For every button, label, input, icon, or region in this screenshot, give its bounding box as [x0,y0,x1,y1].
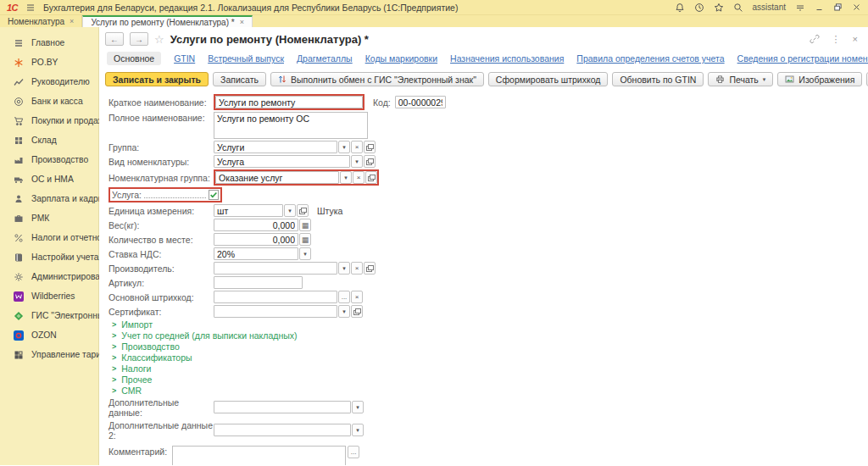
comment-textarea[interactable] [172,446,346,465]
navtab-kody-markirovki[interactable]: Коды маркировки [365,53,437,64]
section-prochee[interactable]: > Прочее [112,374,861,384]
main-barcode-clear-button[interactable]: × [351,291,363,303]
navtab-gtin[interactable]: GTIN [174,53,195,64]
sidebar-item-glavnoe[interactable]: Главное [0,33,98,53]
service-menu-icon[interactable] [795,3,805,13]
tab-close-icon[interactable]: × [70,17,74,25]
generate-barcode-button[interactable]: Сформировать штрихкод [488,72,609,86]
sidebar-item-wildberries[interactable]: Wildberries [0,286,98,306]
kind-open-button[interactable] [364,155,376,168]
navtab-pravila-schetov[interactable]: Правила определения счетов учета [576,53,724,64]
group-clear-button[interactable]: × [351,141,363,153]
manufacturer-clear-button[interactable]: × [351,262,363,275]
group-open-button[interactable] [364,141,376,153]
certificate-open-button[interactable] [351,305,363,318]
sidebar-item-bank-kassa[interactable]: Банк и касса [0,92,98,111]
short-name-input[interactable] [215,96,363,108]
sidebar-item-nalogi[interactable]: Налоги и отчетность [0,228,98,247]
extra-data-input[interactable] [214,401,351,413]
back-button[interactable]: ← [105,32,124,46]
favorites-star-icon[interactable] [714,3,724,13]
manufacturer-dropdown-button[interactable]: ▾ [338,262,350,275]
group-input[interactable] [214,141,337,153]
more-actions-icon[interactable]: ⋮ [832,34,841,45]
sidebar-item-rmk[interactable]: РМК [0,208,98,228]
tab-nomenklatura[interactable]: Номенклатура × [0,15,82,27]
kind-dropdown-button[interactable]: ▾ [351,155,363,168]
search-icon[interactable] [733,3,743,13]
navtab-osnovnoe[interactable]: Основное [107,52,161,65]
section-cmr[interactable]: > CMR [112,386,861,395]
sidebar-item-sklad[interactable]: Склад [0,130,98,150]
images-button[interactable]: Изображения [777,72,862,86]
sidebar-item-zarplata-kadry[interactable]: Зарплата и кадры [0,189,98,208]
nom-group-clear-button[interactable]: × [353,171,364,184]
qty-calc-button[interactable]: ▦ [299,233,311,246]
notifications-bell-icon[interactable] [675,3,685,13]
code-input[interactable] [395,96,446,108]
sidebar-item-upravlenie-tarifom[interactable]: Управление тарифом [0,345,98,364]
section-import[interactable]: > Импорт [112,319,861,329]
weight-calc-button[interactable]: ▦ [299,219,311,231]
vat-input[interactable] [214,247,298,260]
qty-in-place-input[interactable] [214,233,298,246]
sidebar-item-ozon[interactable]: OZON [0,325,98,345]
service-checkbox[interactable] [209,190,219,200]
tab-close-icon[interactable]: × [240,18,244,26]
manufacturer-input[interactable] [214,262,337,275]
weight-input[interactable] [214,219,298,231]
main-menu-icon[interactable] [25,3,36,13]
unit-open-button[interactable] [297,204,309,217]
sidebar-item-administrirovanie[interactable]: Администрирование [0,267,98,286]
sidebar-item-rukovoditelyu[interactable]: Руководителю [0,72,98,92]
manufacturer-open-button[interactable] [364,262,376,275]
minimize-icon[interactable] [815,3,824,12]
history-icon[interactable] [694,3,704,13]
close-form-icon[interactable]: × [853,34,858,44]
favorite-star-icon[interactable]: ☆ [154,33,164,46]
navtab-naznacheniya[interactable]: Назначения использования [450,53,564,64]
gis-exchange-button[interactable]: Выполнить обмен с ГИС "Электронный знак" [270,72,484,86]
navtab-svedeniya-gis[interactable]: Сведения о регистрации номенклатуры в ГИ… [737,53,868,64]
comment-expand-button[interactable]: ... [348,446,359,458]
sidebar-item-nastroyki-ucheta[interactable]: Настройки учета [0,247,98,267]
nom-group-dropdown-button[interactable]: ▾ [340,171,352,184]
section-proizvodstvo[interactable]: > Производство [112,341,861,351]
restore-window-icon[interactable] [833,3,843,12]
extra-data2-input[interactable] [214,424,351,436]
main-barcode-select-button[interactable]: ... [338,291,350,303]
update-gtin-button[interactable]: Обновить по GTIN [612,72,704,86]
sidebar-item-os-nma[interactable]: ОС и НМА [0,169,98,189]
navtab-vstrechny-vypusk[interactable]: Встречный выпуск [208,53,284,64]
sidebar-item-poby[interactable]: PO.BY [0,53,98,72]
certificate-dropdown-button[interactable]: ▾ [338,305,350,318]
tab-uslugi-po-remontu[interactable]: Услуги по ремонту (Номенклатура) * × [82,15,253,27]
forward-button[interactable]: → [130,32,148,46]
save-and-close-button[interactable]: Записать и закрыть [105,72,209,86]
group-dropdown-button[interactable]: ▾ [338,141,350,153]
main-barcode-input[interactable] [214,291,337,303]
section-klassifikatory[interactable]: > Классификаторы [112,352,861,362]
navtab-dragmetally[interactable]: Драгметаллы [297,53,353,64]
unit-input[interactable] [214,204,283,217]
close-window-icon[interactable] [852,3,861,12]
current-user[interactable]: assistant [753,3,786,12]
save-button[interactable]: Записать [213,72,266,86]
sidebar-item-pokupki-prodazhi[interactable]: Покупки и продажи [0,111,98,130]
kind-input[interactable] [214,155,350,168]
nom-group-input[interactable] [215,171,339,184]
sidebar-item-proizvodstvo[interactable]: Производство [0,150,98,169]
full-name-textarea[interactable]: Услуги по ремонту ОС [214,112,368,139]
extra-data-dropdown-button[interactable]: ▾ [352,401,364,413]
extra-data2-dropdown-button[interactable]: ▾ [352,424,364,436]
get-link-icon[interactable] [810,34,820,44]
sku-input[interactable] [214,276,303,289]
vat-dropdown-button[interactable]: ▾ [299,247,311,260]
print-button[interactable]: Печать ▾ [708,72,773,86]
section-uchet-po-sredney[interactable]: > Учет по средней (для выписки накладных… [112,330,861,340]
unit-dropdown-button[interactable]: ▾ [284,204,296,217]
nom-group-open-button[interactable] [365,171,377,184]
certificate-input[interactable] [214,305,337,318]
section-nalogi[interactable]: > Налоги [112,363,861,373]
sidebar-item-gis-elektronny-znak[interactable]: ГИС "Электронный знак" [0,306,98,325]
